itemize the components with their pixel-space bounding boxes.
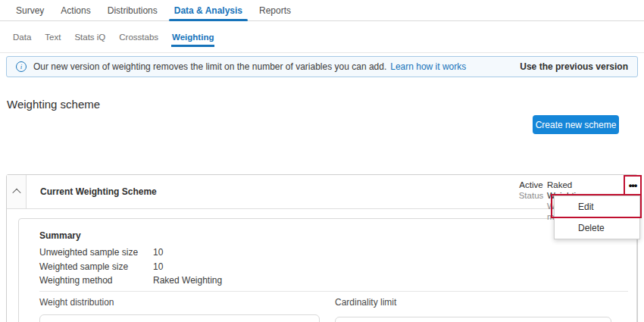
- banner-message: Our new version of weighting removes the…: [33, 61, 386, 72]
- summary-row-label: Unweighted sample size: [39, 248, 153, 258]
- status-value: Active: [519, 180, 542, 190]
- summary-row-value: 10: [153, 262, 163, 272]
- subtab-weighting[interactable]: Weighting: [165, 33, 220, 42]
- tab-survey[interactable]: Survey: [8, 0, 52, 20]
- summary-row-label: Weighting method: [39, 276, 153, 286]
- summary-title: Summary: [39, 230, 222, 241]
- info-banner: i Our new version of weighting removes t…: [6, 56, 638, 77]
- subtab-stats-iq[interactable]: Stats iQ: [67, 33, 112, 42]
- more-options-button[interactable]: •••: [624, 175, 642, 195]
- menu-item-delete[interactable]: Delete: [555, 217, 639, 239]
- info-icon: i: [16, 61, 27, 72]
- scheme-panel-title: Current Weighting Scheme: [40, 186, 157, 197]
- tab-data-analysis[interactable]: Data & Analysis: [166, 0, 251, 20]
- subtab-crosstabs[interactable]: Crosstabs: [112, 33, 165, 42]
- cardinality-limit-label: Cardinality limit: [335, 297, 396, 308]
- tab-reports[interactable]: Reports: [251, 0, 299, 20]
- summary-row-value: Raked Weighting: [153, 276, 222, 286]
- summary-row: Weighting method Raked Weighting: [39, 276, 222, 286]
- summary-row: Weighted sample size 10: [39, 262, 222, 272]
- page-title: Weighting scheme: [7, 98, 100, 111]
- subtab-text[interactable]: Text: [38, 33, 67, 42]
- section-divider: [39, 291, 628, 292]
- chevron-up-icon: [12, 189, 20, 197]
- weight-distribution-label: Weight distribution: [39, 297, 114, 308]
- tab-actions[interactable]: Actions: [52, 0, 98, 20]
- collapse-button[interactable]: [7, 175, 27, 208]
- create-new-scheme-button[interactable]: Create new scheme: [533, 115, 619, 134]
- scheme-details-card: Summary Unweighted sample size 10 Weight…: [18, 218, 637, 322]
- learn-how-link[interactable]: Learn how it works: [390, 61, 466, 72]
- more-options-menu: Edit Delete: [554, 195, 640, 239]
- menu-item-edit[interactable]: Edit: [555, 196, 639, 217]
- summary-row-label: Weighted sample size: [39, 262, 153, 272]
- sub-nav: Data Text Stats iQ Crosstabs Weighting: [0, 21, 644, 53]
- top-nav: Survey Actions Distributions Data & Anal…: [0, 0, 644, 21]
- tab-distributions[interactable]: Distributions: [99, 0, 166, 20]
- weight-distribution-box: [39, 314, 320, 322]
- subtab-data[interactable]: Data: [6, 33, 38, 42]
- summary-row-value: 10: [153, 248, 163, 258]
- more-options-icon: •••: [629, 182, 637, 189]
- summary-row: Unweighted sample size 10: [39, 248, 222, 258]
- use-previous-version-button[interactable]: Use the previous version: [520, 61, 628, 72]
- status-field: Active Status: [512, 180, 550, 201]
- status-label: Status: [519, 190, 544, 201]
- summary-section: Summary Unweighted sample size 10 Weight…: [39, 230, 222, 290]
- cardinality-limit-box: [335, 317, 611, 322]
